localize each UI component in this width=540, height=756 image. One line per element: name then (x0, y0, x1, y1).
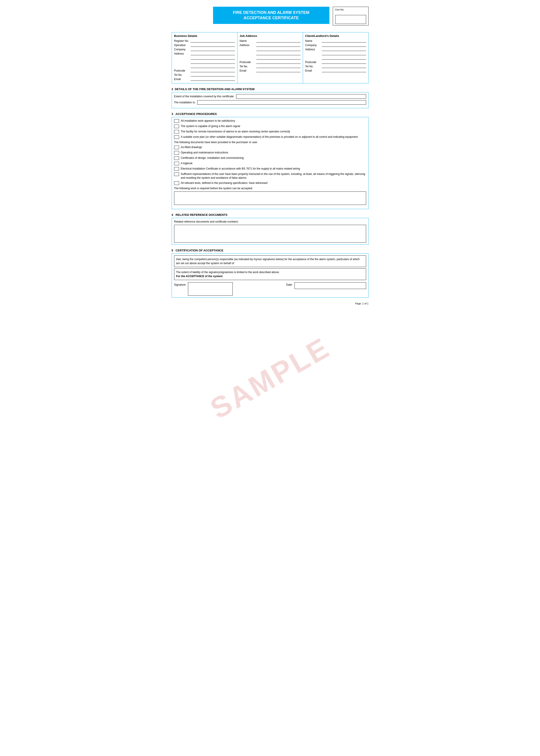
company-field[interactable] (191, 48, 235, 51)
work-required-field[interactable] (174, 191, 366, 205)
checkbox-5[interactable] (174, 146, 179, 149)
job-email-field[interactable] (256, 69, 301, 72)
job-tel-label: Tel No. (240, 65, 255, 68)
postcode-row: Postcode (174, 69, 235, 72)
cert-text2-box: The extent of liability of the signatory… (174, 269, 366, 280)
client-name-field[interactable] (322, 39, 366, 43)
section3-box: All installation work appears to be sati… (172, 117, 368, 209)
ref-docs-label: Related reference documents and certific… (174, 220, 366, 224)
tel-field[interactable] (191, 73, 235, 76)
client-tel-row: Tel No. (305, 64, 366, 68)
job-tel-field[interactable] (256, 64, 301, 68)
section3-heading: 3 ACCEPTANCE PROCEDURES (172, 112, 368, 116)
checkbox-1[interactable] (174, 119, 179, 123)
email-row: Email (174, 77, 235, 81)
ref-docs-field[interactable] (174, 225, 366, 243)
checkbox-11[interactable] (174, 181, 179, 185)
company-label: Company (174, 48, 190, 51)
checkbox-6[interactable] (174, 151, 179, 155)
job-name-field[interactable] (256, 39, 301, 43)
client-company-field[interactable] (322, 43, 366, 47)
signature-field[interactable] (188, 282, 233, 296)
operative-label: Operative (174, 44, 190, 47)
installation-field[interactable] (198, 100, 366, 105)
client-email-row: Email (305, 69, 366, 72)
section4-heading: 4 RELATED REFERENCE DOCUMENTS (172, 213, 368, 217)
client-company-row: Company (305, 43, 366, 47)
job-address-field4[interactable] (256, 56, 301, 59)
job-address-field1[interactable] (256, 43, 301, 47)
title-line2: ACCEPTANCE CERTIFICATE (220, 15, 323, 21)
check-text-2: The system is capable of giving a fire a… (181, 124, 240, 128)
job-address-field2[interactable] (256, 48, 301, 51)
address-field4[interactable] (191, 64, 235, 68)
check-text-10: Sufficient representatives of the user h… (181, 172, 366, 180)
check-row-10: Sufficient representatives of the user h… (174, 172, 366, 180)
client-email-label: Email (305, 69, 321, 72)
client-address-extra (322, 52, 366, 59)
section4-box: Related reference documents and certific… (172, 218, 368, 245)
work-required-intro: The following work is required before th… (174, 186, 366, 190)
job-tel-row: Tel No. (240, 64, 301, 68)
client-address-field3[interactable] (322, 56, 366, 59)
extent-field[interactable] (236, 94, 366, 99)
check-text-7: Certificates of design, installation and… (181, 156, 244, 160)
check-row-2: The system is capable of giving a fire a… (174, 124, 366, 128)
client-postcode-field[interactable] (322, 60, 366, 64)
email-field[interactable] (191, 77, 235, 81)
address-field1[interactable] (191, 52, 235, 55)
page-footer: Page: 1 of 1 (172, 302, 368, 305)
operative-row: Operative (174, 43, 235, 47)
top-three-cols: Business Details Register No. Operative … (172, 32, 368, 83)
check-text-9: Electrical Installation Certificate in a… (181, 167, 300, 171)
company-row: Company (174, 48, 235, 51)
sig-label: Signature: (174, 283, 187, 286)
checkbox-3[interactable] (174, 130, 179, 134)
address-field2[interactable] (191, 56, 235, 59)
installation-row: The installation is: (174, 100, 366, 105)
address-extra-lines (191, 56, 235, 68)
date-label: Date: (286, 283, 293, 286)
operative-field[interactable] (191, 43, 235, 47)
address-field3[interactable] (191, 60, 235, 64)
client-address-field1[interactable] (322, 48, 366, 51)
section5-heading-text: CERTIFICATION OF ACCEPTANCE (174, 249, 223, 252)
client-tel-field[interactable] (322, 64, 366, 68)
section4-heading-text: RELATED REFERENCE DOCUMENTS (174, 213, 227, 217)
date-field[interactable] (295, 282, 366, 289)
checkbox-4[interactable] (174, 135, 179, 139)
register-no-field[interactable] (191, 39, 235, 43)
postcode-field[interactable] (191, 69, 235, 72)
check-row-7: Certificates of design, installation and… (174, 156, 366, 160)
checkbox-8[interactable] (174, 162, 179, 165)
register-no-row: Register No. (174, 39, 235, 43)
check-row-4: A suitable zone plan (or other suitable … (174, 135, 366, 139)
checkbox-10[interactable] (174, 172, 179, 176)
job-address-extra (256, 48, 301, 59)
section3-heading-text: ACCEPTANCE PROCEDURES (174, 112, 216, 116)
job-postcode-field[interactable] (256, 60, 301, 64)
cert-text3: For the ACCEPTANCE of the system: (176, 274, 364, 278)
cert-text1-box: I/we, being the competent person(s) resp… (174, 256, 366, 267)
extent-row: Extent of the installation covered by th… (174, 94, 366, 99)
check-row-5: As-fitted drawings (174, 146, 366, 149)
job-address-field3[interactable] (256, 52, 301, 55)
checkbox-9[interactable] (174, 167, 179, 171)
cert-no-field[interactable] (335, 15, 366, 24)
business-details-col: Business Details Register No. Operative … (172, 33, 237, 83)
check-row-6: Operating and maintenance instructions (174, 151, 366, 155)
check-row-8: A logbook (174, 162, 366, 165)
signature-block: Signature: (174, 282, 270, 296)
tel-row: Tel No. (174, 73, 235, 76)
client-email-field[interactable] (322, 69, 366, 72)
docs-intro: The following documents have been provid… (174, 141, 366, 144)
client-address-field2[interactable] (322, 52, 366, 55)
checkbox-2[interactable] (174, 125, 179, 128)
client-address-row1: Address (305, 48, 366, 51)
postcode-label: Postcode (174, 69, 190, 72)
job-email-row: Email (240, 69, 301, 72)
checkbox-7[interactable] (174, 156, 179, 160)
client-address-label: Address (305, 48, 321, 51)
job-address-label: Address (240, 44, 255, 47)
job-name-row: Name (240, 39, 301, 43)
